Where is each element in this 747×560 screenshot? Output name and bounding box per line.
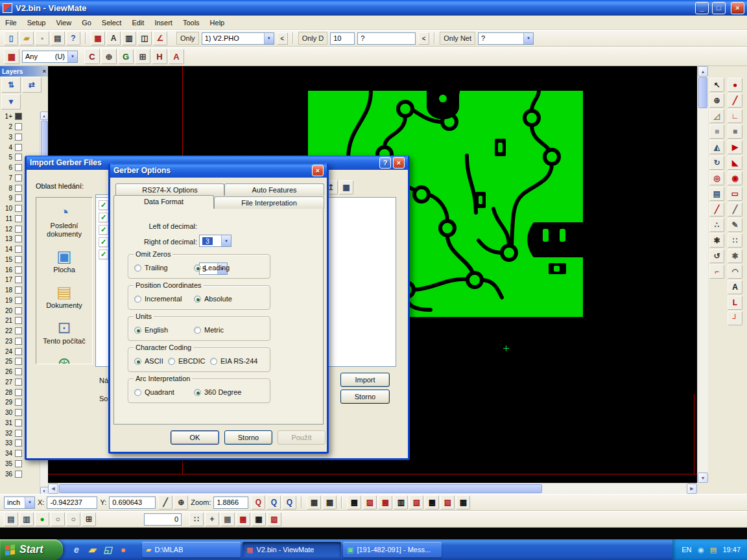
show-desktop-icon[interactable]: ◱: [102, 544, 113, 555]
browser-icon[interactable]: ●: [117, 544, 129, 555]
pointer-icon[interactable]: ↖: [709, 78, 724, 92]
layer-color-chip[interactable]: [15, 450, 22, 457]
dots-icon[interactable]: ∴: [709, 218, 724, 232]
pad-icon[interactable]: ●: [728, 78, 742, 92]
layer-row[interactable]: 1+: [1, 111, 39, 122]
layer-color-chip[interactable]: [15, 338, 22, 345]
aperture-list-icon[interactable]: A: [106, 31, 121, 45]
layer-color-chip[interactable]: [15, 144, 22, 151]
dialog-close-button[interactable]: ×: [393, 157, 405, 169]
left-of-decimal-combo[interactable]: 3 ▼: [199, 235, 231, 247]
menu-help[interactable]: Help: [205, 17, 230, 29]
layer-color-chip[interactable]: [15, 134, 22, 141]
grid-cell-icon[interactable]: ⊞: [135, 49, 150, 64]
minimize-button[interactable]: _: [695, 2, 709, 14]
layer-color-chip[interactable]: [15, 399, 22, 406]
dark-pattern-icon[interactable]: ▦: [252, 512, 266, 526]
lamp2-icon[interactable]: ○: [66, 512, 80, 526]
layer-select-combo[interactable]: 1) V2.PHO ▼: [202, 32, 274, 45]
letter-h-icon[interactable]: H: [152, 49, 167, 64]
folder-icon[interactable]: ▰: [86, 544, 98, 555]
views-icon[interactable]: ▦: [339, 180, 353, 194]
only-dcode-label[interactable]: Only D: [298, 32, 328, 45]
combo-arrow-icon[interactable]: ▼: [221, 235, 231, 246]
menu-go[interactable]: Go: [77, 17, 97, 29]
place-recent-documents[interactable]: ◔ Poslední dokumenty: [36, 198, 92, 242]
gerber-file-checked-icon[interactable]: ✓: [99, 213, 108, 222]
layer-color-chip[interactable]: [15, 297, 22, 304]
place-documents[interactable]: ▤ Dokumenty: [36, 277, 92, 313]
context-help-icon[interactable]: ?: [66, 31, 80, 45]
scroll-up-icon[interactable]: ▲: [698, 66, 708, 76]
radio-trailing[interactable]: [134, 264, 141, 272]
combo-arrow-icon[interactable]: ▼: [523, 33, 533, 44]
radio-label[interactable]: Absolute: [204, 295, 232, 303]
place-computer[interactable]: ⊡ Tento počítač: [36, 313, 92, 349]
menu-edit[interactable]: Edit: [126, 17, 149, 29]
horizontal-scroll-thumb[interactable]: [59, 484, 542, 493]
task-messenger[interactable]: ▣ [191-482-091] - Mess...: [343, 542, 442, 557]
radio-label[interactable]: Metric: [204, 326, 224, 334]
diagonal-icon[interactable]: ╱: [709, 202, 724, 216]
pan-icon[interactable]: ⊕: [709, 93, 724, 108]
dual-pane-icon[interactable]: ◫: [137, 31, 152, 45]
layer-color-chip[interactable]: [15, 317, 22, 324]
corner-trace-icon[interactable]: ∟: [728, 109, 742, 123]
place-network[interactable]: ⊛ Místa v síti: [36, 349, 92, 364]
ie-icon[interactable]: e: [71, 544, 82, 555]
tab-data-format[interactable]: Data Format: [113, 195, 214, 209]
trace-icon[interactable]: ╱: [728, 93, 742, 108]
layer-color-chip[interactable]: [15, 409, 22, 416]
selection-grid-icon[interactable]: ▦: [4, 49, 19, 64]
combo-arrow-icon[interactable]: ▼: [25, 497, 34, 508]
zoom-field[interactable]: 1.8866: [213, 496, 248, 509]
save-icon[interactable]: ▪: [35, 31, 49, 45]
red-dots-icon[interactable]: ▩: [236, 512, 250, 526]
layer-color-chip[interactable]: [15, 439, 22, 447]
tab-auto-features[interactable]: Auto Features: [224, 183, 324, 196]
maximize-button[interactable]: □: [712, 2, 726, 14]
zoom-fit-icon[interactable]: Q: [282, 495, 296, 509]
zoom-in-icon[interactable]: Q: [267, 495, 281, 509]
prev-layer-button[interactable]: <: [277, 32, 288, 45]
x-coordinate-field[interactable]: -0.942237: [47, 496, 97, 509]
zoom-window-icon[interactable]: Q: [251, 495, 265, 509]
text-icon[interactable]: A: [728, 280, 742, 294]
layer-swap-button[interactable]: ⇄: [22, 77, 42, 93]
layer-updown-button[interactable]: ⇅: [1, 77, 21, 93]
layer-color-chip[interactable]: [15, 327, 22, 334]
rectangle-icon[interactable]: ▭: [728, 187, 742, 201]
radio-incremental[interactable]: [134, 296, 141, 303]
only-layer-label[interactable]: Only: [176, 32, 199, 45]
gerber-file-checked-icon[interactable]: ✓: [99, 237, 108, 247]
radio-ascii[interactable]: [134, 358, 141, 365]
draw-mode-6-icon[interactable]: ▩: [425, 495, 439, 509]
circle-pad-icon[interactable]: ◉: [728, 171, 742, 185]
layer-row[interactable]: 4: [1, 142, 39, 152]
print-icon[interactable]: ▤: [51, 31, 65, 45]
corner-icon[interactable]: ⌐: [709, 264, 724, 279]
net-select-combo[interactable]: ? ▼: [478, 32, 534, 45]
radio-label[interactable]: EBCDIC: [178, 357, 206, 365]
hook-icon[interactable]: ┘: [728, 311, 742, 325]
layer-color-chip[interactable]: [15, 154, 22, 161]
menu-file[interactable]: File: [0, 17, 22, 29]
measure-icon[interactable]: ∠: [153, 31, 167, 45]
layer-color-chip[interactable]: [15, 286, 22, 294]
combo-arrow-icon[interactable]: ▼: [67, 51, 77, 62]
draw-mode-1-icon[interactable]: ▩: [347, 495, 361, 509]
radio-label[interactable]: ASCII: [145, 357, 163, 365]
radio-leading[interactable]: [194, 264, 201, 272]
layer-color-chip[interactable]: [15, 246, 22, 253]
sheet-icon[interactable]: ▤: [4, 512, 18, 526]
select-arrow-icon[interactable]: ▶: [728, 140, 742, 154]
prev-dcode-button[interactable]: <: [418, 32, 429, 45]
tab-file-interpretation[interactable]: File Interpretation: [214, 196, 324, 209]
dcode-grid-icon[interactable]: ▦: [91, 31, 105, 45]
radio-metric[interactable]: [194, 327, 201, 334]
target-icon[interactable]: ◎: [709, 171, 724, 185]
dcode-table-icon[interactable]: ▦: [307, 495, 321, 509]
angle-icon[interactable]: L: [728, 296, 742, 310]
layer-color-chip[interactable]: [15, 215, 22, 222]
radio-360-degree[interactable]: [194, 389, 201, 396]
